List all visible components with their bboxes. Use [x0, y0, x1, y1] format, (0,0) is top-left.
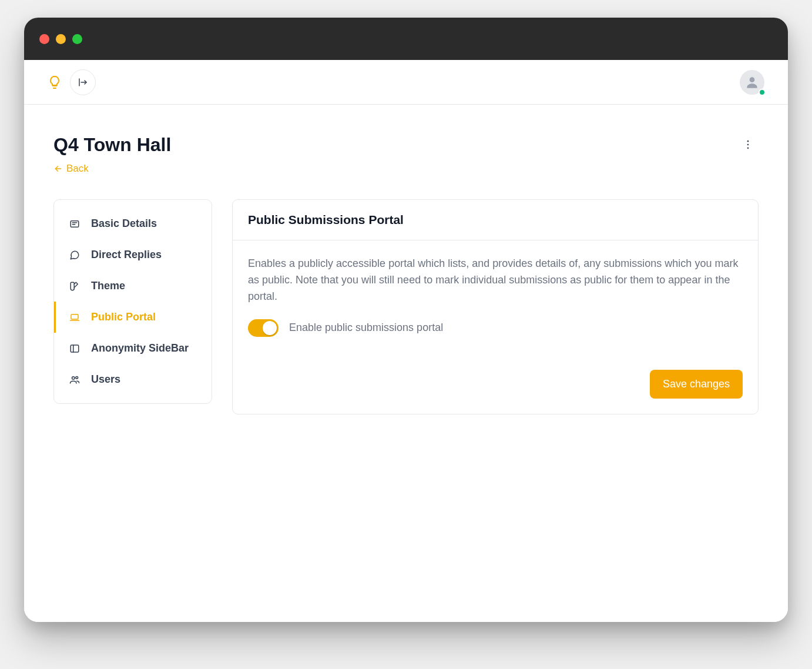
sidebar-item-label: Direct Replies — [91, 249, 162, 261]
user-menu[interactable] — [740, 70, 764, 95]
expand-sidebar-button[interactable] — [70, 69, 96, 95]
enable-portal-toggle[interactable] — [248, 319, 279, 337]
titlebar — [24, 18, 788, 60]
sidebar-item-theme[interactable]: Theme — [54, 270, 212, 302]
maximize-window-button[interactable] — [72, 34, 82, 44]
save-button[interactable]: Save changes — [650, 370, 743, 399]
toggle-row: Enable public submissions portal — [248, 319, 743, 337]
toggle-knob — [263, 321, 277, 335]
sidebar-item-public-portal[interactable]: Public Portal — [54, 302, 212, 333]
page-content: Q4 Town Hall Back — [24, 105, 788, 622]
arrow-left-icon — [53, 164, 63, 173]
sidebar-item-label: Anonymity SideBar — [91, 342, 189, 354]
panel-body: Enables a publicly accessible portal whi… — [233, 240, 758, 370]
kebab-icon — [742, 139, 754, 150]
svg-rect-5 — [71, 314, 78, 319]
chat-icon — [69, 250, 80, 260]
lightbulb-icon — [48, 75, 62, 89]
panel-header: Public Submissions Portal — [233, 200, 758, 240]
settings-panel: Public Submissions Portal Enables a publ… — [232, 199, 759, 414]
sidebar-item-direct-replies[interactable]: Direct Replies — [54, 239, 212, 270]
more-options-button[interactable] — [737, 134, 759, 155]
expand-icon — [78, 77, 88, 88]
sidebar-item-basic-details[interactable]: Basic Details — [54, 208, 212, 239]
app-window: Q4 Town Hall Back — [24, 18, 788, 622]
presence-indicator — [759, 89, 766, 96]
page-header: Q4 Town Hall Back — [53, 134, 759, 176]
back-link[interactable]: Back — [53, 163, 89, 175]
minimize-window-button[interactable] — [56, 34, 66, 44]
sidebar-item-label: Public Portal — [91, 311, 156, 323]
sidebar-item-label: Theme — [91, 280, 125, 292]
top-nav-left — [48, 69, 96, 95]
sidebar-item-label: Basic Details — [91, 218, 157, 230]
content-row: Basic Details Direct Replies Theme — [53, 199, 759, 414]
svg-point-7 — [72, 376, 75, 379]
svg-point-8 — [76, 376, 78, 379]
toggle-label: Enable public submissions portal — [289, 322, 443, 334]
list-icon — [69, 219, 80, 229]
svg-rect-6 — [71, 345, 79, 352]
svg-point-3 — [747, 148, 749, 149]
panel-icon — [69, 343, 80, 354]
top-nav — [24, 60, 788, 105]
page-title: Q4 Town Hall — [53, 134, 171, 156]
window-controls — [39, 34, 82, 44]
svg-point-2 — [747, 144, 749, 146]
sidebar-item-users[interactable]: Users — [54, 364, 212, 395]
users-icon — [69, 374, 80, 385]
back-label: Back — [66, 163, 89, 175]
svg-point-0 — [750, 77, 755, 82]
panel-title: Public Submissions Portal — [248, 213, 743, 227]
svg-point-1 — [747, 141, 749, 142]
swatch-icon — [69, 281, 80, 292]
settings-sidebar: Basic Details Direct Replies Theme — [53, 199, 212, 404]
panel-footer: Save changes — [233, 370, 758, 414]
sidebar-item-anonymity-sidebar[interactable]: Anonymity SideBar — [54, 333, 212, 364]
laptop-icon — [69, 312, 80, 323]
panel-description: Enables a publicly accessible portal whi… — [248, 256, 743, 305]
sidebar-item-label: Users — [91, 373, 120, 386]
close-window-button[interactable] — [39, 34, 49, 44]
